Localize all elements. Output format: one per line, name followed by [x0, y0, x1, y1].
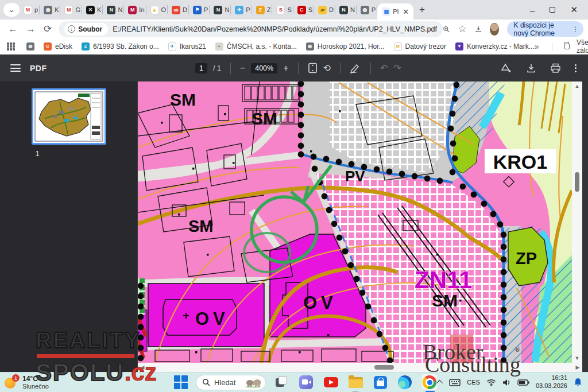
- bookmarks-bar: ◍CeDiskZ6/1993 Sb. Zákon o...✈Ikarus21≡Č…: [0, 38, 588, 55]
- scroll-up-arrow[interactable]: ▲: [572, 83, 582, 89]
- tab-label: G: [75, 6, 80, 13]
- globe-icon: ◍: [26, 42, 34, 51]
- tab[interactable]: CS: [293, 0, 314, 20]
- tab[interactable]: ⚑P: [189, 0, 210, 20]
- page-number-input[interactable]: 1: [195, 63, 207, 73]
- menu-icon[interactable]: [10, 64, 21, 72]
- address-bar[interactable]: i Soubor E:/REALITY/Klienti/Suk%20Dan/Po…: [59, 21, 443, 37]
- zoom-page-icon[interactable]: [443, 24, 450, 34]
- volume-icon[interactable]: [502, 379, 511, 386]
- zoom-out-button[interactable]: −: [240, 63, 245, 73]
- more-menu-icon[interactable]: ⋮: [572, 25, 579, 33]
- page-thumbnail[interactable]: [32, 88, 106, 145]
- horizontal-scroll-thumb[interactable]: [374, 365, 394, 370]
- tab[interactable]: ✈P: [231, 0, 252, 20]
- bookmark-item[interactable]: MDatový trezor: [394, 42, 446, 51]
- more-options-icon[interactable]: [575, 64, 577, 72]
- wifi-icon[interactable]: [486, 379, 496, 386]
- horizontal-scrollbar[interactable]: ◀ ▶: [138, 363, 582, 372]
- chat-icon[interactable]: [297, 374, 315, 391]
- bookmark-item[interactable]: ✈Ikarus21: [168, 42, 206, 51]
- scheme-label: Soubor: [78, 25, 102, 33]
- zone-label: OV: [195, 309, 229, 329]
- chrome-update-button[interactable]: K dispozici je nový Chrome ⋮: [507, 21, 583, 37]
- tab[interactable]: ZZ: [252, 0, 273, 20]
- active-tab[interactable]: ▤ Pl ✕: [377, 3, 413, 20]
- tab-label: S: [287, 6, 291, 13]
- add-shape-icon[interactable]: [501, 63, 512, 73]
- notification-bell-icon[interactable]: [574, 378, 582, 387]
- tab-label: S: [308, 6, 312, 13]
- fit-page-icon[interactable]: [308, 63, 318, 73]
- rotate-icon[interactable]: ⟲: [323, 63, 331, 73]
- download-icon[interactable]: [526, 63, 536, 73]
- pdf-page-map[interactable]: SMSMPVSMOVOVZN11SMZPKRO1: [138, 81, 572, 363]
- weather-widget[interactable]: 1 14°C Slunečno: [5, 375, 49, 390]
- reload-icon[interactable]: ⟳: [44, 23, 52, 35]
- download-page-icon[interactable]: [475, 24, 482, 34]
- youtube-icon[interactable]: [322, 374, 339, 391]
- scroll-right-arrow[interactable]: ▶: [573, 364, 582, 370]
- tab[interactable]: SS: [272, 0, 293, 20]
- annotate-pen-icon[interactable]: [350, 63, 361, 73]
- window-minimize-button[interactable]: –: [530, 5, 535, 15]
- scroll-left-arrow[interactable]: ◀: [138, 364, 147, 370]
- bookmark-item[interactable]: ◍: [26, 42, 34, 51]
- edge-icon[interactable]: [396, 374, 413, 391]
- bookmark-item[interactable]: ◍Horoskop 2021, Hor...: [306, 42, 385, 51]
- bookmark-item[interactable]: Z6/1993 Sb. Zákon o...: [82, 42, 159, 51]
- language-indicator[interactable]: CES: [467, 379, 480, 386]
- tab[interactable]: ◍K: [40, 0, 60, 20]
- time-label: 16:31: [536, 374, 567, 382]
- tab[interactable]: MG: [60, 0, 82, 20]
- zoom-level-input[interactable]: 400%: [251, 63, 277, 73]
- scroll-down-arrow[interactable]: ▼: [572, 355, 582, 361]
- profile-avatar[interactable]: [490, 23, 498, 36]
- tab[interactable]: NN: [335, 0, 357, 20]
- undo-icon[interactable]: ↶: [380, 63, 388, 73]
- vertical-scrollbar[interactable]: ▲ ▼: [572, 81, 582, 363]
- back-icon[interactable]: ←: [8, 24, 18, 35]
- task-view-icon[interactable]: [273, 374, 290, 391]
- tab[interactable]: NN: [103, 0, 124, 20]
- bookmark-item[interactable]: CeDisk: [44, 42, 72, 51]
- window-close-button[interactable]: ✕: [570, 5, 578, 15]
- microsoft-store-icon[interactable]: [372, 374, 389, 391]
- taskbar-search-input[interactable]: Hledat: [196, 375, 266, 390]
- clock-widget[interactable]: 16:31 03.03.2026: [536, 374, 567, 390]
- apps-grid-icon[interactable]: [7, 42, 15, 51]
- tab[interactable]: Mp: [20, 0, 40, 20]
- start-button-icon[interactable]: [174, 375, 188, 389]
- print-icon[interactable]: [550, 63, 561, 73]
- bird-icon: ✈: [235, 6, 243, 14]
- tab-search-chevron-icon[interactable]: ⌄: [3, 3, 20, 17]
- tab[interactable]: ▰D: [314, 0, 335, 20]
- tab[interactable]: NN: [210, 0, 231, 20]
- weather-temp: 14°C: [22, 375, 49, 383]
- drive-icon: ▲: [150, 6, 159, 14]
- touch-keyboard-icon[interactable]: [449, 379, 461, 386]
- tab[interactable]: ✕K: [82, 0, 103, 20]
- new-tab-button[interactable]: +: [419, 4, 425, 15]
- tab[interactable]: okD: [168, 0, 189, 20]
- bookmark-star-icon[interactable]: ☆: [458, 23, 466, 35]
- tab-label: O: [161, 6, 167, 13]
- bookmarks-overflow-chevron[interactable]: »: [535, 42, 539, 51]
- tab[interactable]: ▲O: [146, 0, 168, 20]
- redo-icon[interactable]: ↷: [393, 63, 401, 73]
- window-maximize-button[interactable]: [550, 7, 555, 13]
- battery-icon[interactable]: [517, 379, 529, 386]
- vertical-scroll-thumb[interactable]: [575, 172, 579, 192]
- file-explorer-icon[interactable]: [347, 374, 364, 391]
- file-scheme-chip[interactable]: i Soubor: [64, 23, 108, 36]
- forward-icon[interactable]: →: [26, 24, 36, 35]
- bookmark-item[interactable]: ≡ČMSCH, a.s. - Konta...: [215, 42, 297, 51]
- zoom-in-button[interactable]: +: [283, 63, 288, 73]
- gmail-icon: M: [24, 6, 32, 14]
- tab[interactable]: ◍P: [357, 0, 377, 20]
- tab-close-icon[interactable]: ✕: [403, 7, 409, 16]
- all-bookmarks-label[interactable]: Všechny záložky: [577, 38, 588, 55]
- chrome-icon[interactable]: [421, 374, 438, 391]
- bookmark-item[interactable]: ▼Konverzky.cz - Mark...: [455, 42, 535, 51]
- tab[interactable]: MIn: [124, 0, 146, 20]
